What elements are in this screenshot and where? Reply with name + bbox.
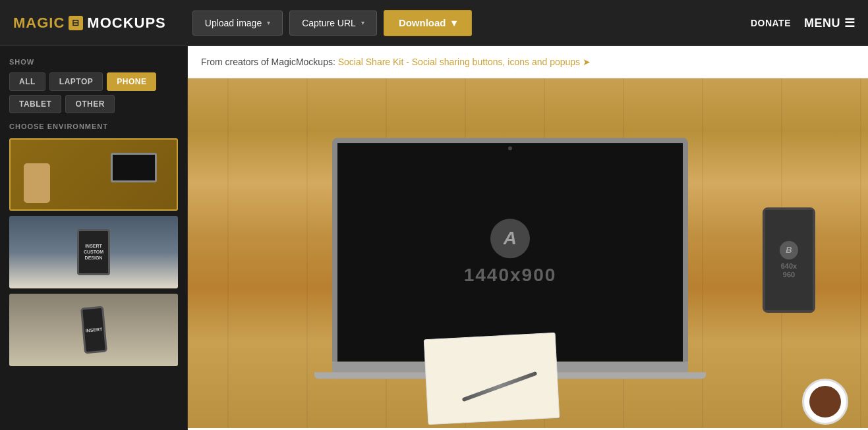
thumb-hand-icon xyxy=(24,163,50,203)
environment-grid: INSERTCUSTOMDESIGN INSERT xyxy=(9,138,178,366)
thumb-phone-text: INSERT xyxy=(85,326,102,333)
download-chevron-icon: ▾ xyxy=(451,17,457,29)
choose-env-label: CHOOSE ENVIRONMENT xyxy=(9,122,178,130)
filter-buttons: ALL LAPTOP PHONE TABLET OTHER xyxy=(9,72,178,113)
phone-resolution: 640x960 xyxy=(781,262,797,279)
show-label: SHOW xyxy=(9,58,178,66)
phone-container: B 640x960 xyxy=(763,207,815,313)
promo-link-text: Social Share Kit - Social sharing button… xyxy=(338,57,580,67)
promo-text: From creators of MagicMockups: xyxy=(201,57,335,67)
capture-url-label: Capture URL xyxy=(302,18,356,28)
upload-chevron-icon: ▾ xyxy=(267,19,270,26)
laptop-screen-inner: A 1440x900 xyxy=(464,219,557,286)
logo-mockups: MOCKUPS xyxy=(87,14,165,32)
donate-link[interactable]: DONATE xyxy=(751,18,791,28)
download-label: Download xyxy=(399,17,446,28)
download-button[interactable]: Download ▾ xyxy=(384,10,472,36)
env-item-1[interactable] xyxy=(9,138,178,211)
laptop-screen: A 1440x900 xyxy=(332,138,688,362)
env-item-2[interactable]: INSERTCUSTOMDESIGN xyxy=(9,216,178,288)
laptop-screen-label: A xyxy=(490,219,530,258)
capture-url-button[interactable]: Capture URL ▾ xyxy=(289,11,377,36)
laptop-webcam-icon xyxy=(508,146,512,150)
upload-image-label: Upload image xyxy=(205,18,262,28)
mockup-display: A 1440x900 B 640x960 xyxy=(188,78,868,428)
thumb-tablet-icon: INSERTCUSTOMDESIGN xyxy=(77,229,110,275)
phone-screen-area: B 640x960 xyxy=(765,210,813,310)
mockup-scene: A 1440x900 B 640x960 xyxy=(188,78,868,428)
filter-phone[interactable]: PHONE xyxy=(107,72,156,91)
filter-other[interactable]: OTHER xyxy=(65,95,115,113)
notebook-area xyxy=(424,333,560,425)
header-right: DONATE MENU ☰ xyxy=(751,16,855,30)
laptop-resolution: 1440x900 xyxy=(464,265,557,286)
promo-link[interactable]: Social Share Kit - Social sharing button… xyxy=(338,57,591,67)
filter-tablet[interactable]: TABLET xyxy=(9,95,61,113)
main: SHOW ALL LAPTOP PHONE TABLET OTHER CHOOS… xyxy=(0,46,868,430)
capture-chevron-icon: ▾ xyxy=(361,19,364,26)
thumb-tablet-text: INSERTCUSTOMDESIGN xyxy=(84,243,103,261)
logo-icon: ⊟ xyxy=(69,16,83,30)
menu-link[interactable]: MENU ☰ xyxy=(804,16,855,30)
promo-bar: From creators of MagicMockups: Social Sh… xyxy=(188,46,868,78)
env-item-3[interactable]: INSERT xyxy=(9,294,178,366)
thumb-phone-icon: INSERT xyxy=(80,306,107,354)
filter-laptop[interactable]: LAPTOP xyxy=(49,72,103,91)
menu-label: MENU xyxy=(804,16,840,30)
thumb-laptop-icon xyxy=(111,153,157,182)
phone-screen-label: B xyxy=(780,241,798,259)
filter-all[interactable]: ALL xyxy=(9,72,45,91)
menu-lines-icon: ☰ xyxy=(844,16,855,30)
logo-magic: MAGIC xyxy=(13,14,65,32)
content-area: From creators of MagicMockups: Social Sh… xyxy=(188,46,868,430)
phone-body: B 640x960 xyxy=(763,207,815,313)
header-nav: Upload image ▾ Capture URL ▾ Download ▾ xyxy=(192,10,751,36)
upload-image-button[interactable]: Upload image ▾ xyxy=(192,11,283,36)
promo-arrow-icon: ➤ xyxy=(583,57,591,67)
sidebar: SHOW ALL LAPTOP PHONE TABLET OTHER CHOOS… xyxy=(0,46,188,430)
logo: MAGIC ⊟ MOCKUPS xyxy=(13,14,166,32)
coffee-cup-icon xyxy=(802,379,848,425)
header: MAGIC ⊟ MOCKUPS Upload image ▾ Capture U… xyxy=(0,0,868,46)
